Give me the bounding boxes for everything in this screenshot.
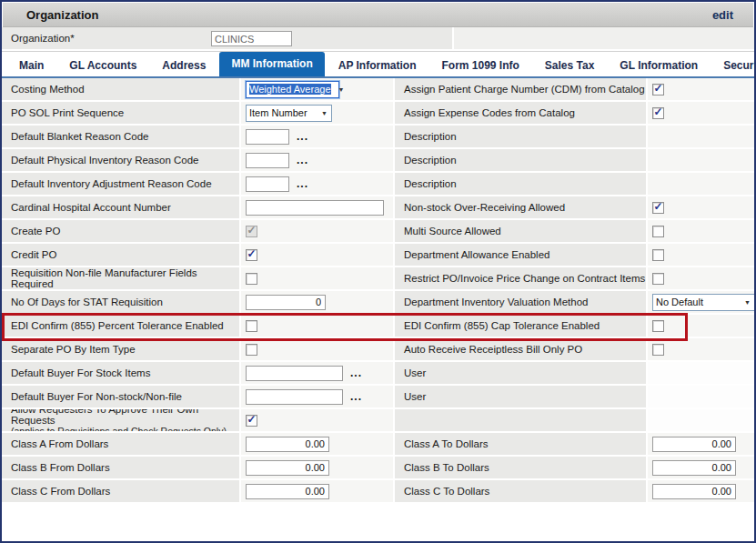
value-cell — [648, 220, 754, 242]
cardinal-hospital-account-number-input[interactable] — [246, 200, 384, 216]
chevron-down-icon: ▼ — [331, 86, 348, 93]
tab-ap-information[interactable]: AP Information — [327, 55, 428, 76]
field-label — [395, 409, 646, 431]
default-blanket-reason-code-label: Default Blanket Reason Code — [2, 126, 239, 147]
costing-method-selected-value: Weighted Average — [249, 84, 331, 95]
value-cell — [241, 457, 393, 478]
form-row: Credit PO ✓ Department Allowance Enabled — [2, 244, 754, 267]
restrict-po-invoice-price-change-on-contract-items-label: Restrict PO/Invoice Price Change on Cont… — [395, 267, 646, 289]
form-row: Requisition Non-file Manufacturer Fields… — [2, 267, 754, 291]
checkmark-icon: ✓ — [653, 107, 662, 116]
default-buyer-for-non-stock-non-file-label: Default Buyer For Non-stock/Non-file — [2, 386, 239, 407]
default-blanket-reason-code-input[interactable] — [246, 129, 289, 145]
form-row: PO SOL Print Sequence Item Number▼ Assig… — [2, 102, 754, 126]
edi-confirm-855-cap-tolerance-enabled-checkbox[interactable] — [652, 320, 664, 332]
edit-link[interactable]: edit — [712, 8, 733, 22]
default-buyer-for-stock-items-input[interactable] — [246, 366, 343, 381]
description-label: Description — [395, 149, 646, 171]
assign-patient-charge-number-cdm-from-catalog-checkbox[interactable]: ✓ — [652, 84, 664, 96]
allow-requesters-to-approve-their-own-requests-checkbox[interactable]: ✓ — [246, 415, 257, 427]
non-stock-over-receiving-allowed-checkbox[interactable]: ✓ — [652, 202, 664, 214]
po-sol-print-sequence-select[interactable]: Item Number▼ — [246, 105, 332, 122]
tab-sales-tax[interactable]: Sales Tax — [533, 55, 606, 76]
value-cell — [241, 433, 393, 455]
class-c-from-dollars-label: Class C From Dollars — [2, 480, 239, 502]
department-inventory-valuation-method-select[interactable]: No Default▼ — [652, 294, 754, 311]
organization-field-row: Organization* — [2, 27, 754, 51]
class-c-to-dollars-input[interactable] — [652, 484, 736, 499]
value-cell: ✓ — [241, 220, 393, 242]
costing-method-select[interactable]: Weighted Average▼ — [246, 81, 339, 98]
default-blanket-reason-code-lookup-button[interactable]: ... — [297, 133, 308, 140]
class-c-from-dollars-input[interactable] — [246, 484, 329, 499]
tab-mm-information[interactable]: MM Information — [219, 52, 324, 76]
requisition-non-file-manufacturer-fields-required-label: Requisition Non-file Manufacturer Fields… — [2, 267, 239, 289]
assign-expense-codes-from-catalog-checkbox[interactable]: ✓ — [652, 107, 664, 119]
assign-expense-codes-from-catalog-label: Assign Expense Codes from Catalog — [395, 102, 646, 124]
default-buyer-for-stock-items-lookup-button[interactable]: ... — [350, 369, 362, 377]
value-cell — [648, 173, 754, 195]
class-a-to-dollars-input[interactable] — [652, 437, 736, 452]
value-cell: Item Number▼ — [241, 102, 393, 124]
assign-patient-charge-number-cdm-from-catalog-label: Assign Patient Charge Number (CDM) from … — [395, 78, 646, 100]
edi-confirm-855-percent-tolerance-enabled-label: EDI Confirm (855) Percent Tolerance Enab… — [2, 315, 239, 337]
description-label: Description — [395, 173, 646, 195]
tab-main[interactable]: Main — [7, 55, 55, 76]
page-title: Organization — [26, 8, 98, 22]
default-buyer-for-non-stock-non-file-lookup-button[interactable]: ... — [350, 393, 362, 400]
value-cell: ✓ — [241, 409, 393, 431]
tab-form-1099-info[interactable]: Form 1099 Info — [430, 55, 531, 76]
default-inventory-adjustment-reason-code-input[interactable] — [246, 176, 289, 192]
default-inventory-adjustment-reason-code-label: Default Inventory Adjustment Reason Code — [2, 173, 239, 195]
allow-requesters-to-approve-their-own-requests-label-text: Allow Requesters To Approve Their Own Re… — [11, 409, 239, 426]
auto-receive-receiptless-bill-only-po-checkbox[interactable] — [652, 344, 664, 356]
edi-confirm-855-percent-tolerance-enabled-checkbox[interactable] — [246, 320, 257, 332]
default-physical-inventory-reason-code-lookup-button[interactable]: ... — [297, 156, 308, 164]
value-cell — [648, 315, 754, 337]
value-cell: ... — [241, 386, 393, 407]
default-inventory-adjustment-reason-code-lookup-button[interactable]: ... — [297, 180, 308, 187]
multi-source-allowed-checkbox[interactable] — [652, 226, 664, 237]
class-a-from-dollars-input[interactable] — [246, 437, 329, 452]
value-cell — [241, 480, 393, 502]
form-row: Allow Requesters To Approve Their Own Re… — [2, 409, 754, 433]
value-cell — [648, 149, 754, 171]
default-physical-inventory-reason-code-label: Default Physical Inventory Reason Code — [2, 149, 239, 171]
class-b-from-dollars-input[interactable] — [246, 460, 329, 476]
value-cell — [648, 338, 754, 360]
value-cell: Weighted Average▼ — [241, 78, 393, 100]
class-c-to-dollars-label: Class C To Dollars — [395, 480, 646, 502]
value-cell: ✓ — [648, 196, 754, 218]
class-a-from-dollars-label: Class A From Dollars — [2, 433, 239, 455]
restrict-po-invoice-price-change-on-contract-items-checkbox[interactable] — [652, 273, 664, 285]
organization-input[interactable] — [211, 31, 292, 46]
tab-address[interactable]: Address — [150, 55, 217, 76]
default-buyer-for-non-stock-non-file-input[interactable] — [246, 389, 343, 405]
tab-gl-information[interactable]: GL Information — [608, 55, 710, 76]
form-row: Class C From Dollars Class C To Dollars — [2, 480, 754, 504]
costing-method-label: Costing Method — [2, 78, 239, 100]
value-cell — [648, 244, 754, 266]
form-row: No Of Days for STAT Requisition Departme… — [2, 291, 754, 315]
no-of-days-for-stat-requisition-label: No Of Days for STAT Requisition — [2, 291, 239, 313]
value-cell — [648, 433, 754, 455]
value-cell — [241, 338, 393, 360]
multi-source-allowed-label: Multi Source Allowed — [395, 220, 646, 242]
class-b-to-dollars-input[interactable] — [652, 460, 736, 476]
department-allowance-enabled-checkbox[interactable] — [652, 249, 664, 261]
po-sol-print-sequence-label: PO SOL Print Sequence — [2, 102, 239, 124]
auto-receive-receiptless-bill-only-po-label: Auto Receive Receiptless Bill Only PO — [395, 338, 646, 360]
checkmark-icon: ✓ — [653, 84, 662, 93]
no-of-days-for-stat-requisition-input[interactable] — [246, 295, 326, 310]
default-physical-inventory-reason-code-input[interactable] — [246, 153, 289, 168]
tab-bar: MainGL AccountsAddressMM InformationAP I… — [2, 51, 754, 78]
allow-requesters-to-approve-their-own-requests-label: Allow Requesters To Approve Their Own Re… — [2, 409, 239, 431]
department-allowance-enabled-label: Department Allowance Enabled — [395, 244, 646, 266]
form-row: Default Buyer For Non-stock/Non-file ...… — [2, 386, 754, 409]
tab-gl-accounts[interactable]: GL Accounts — [57, 55, 148, 76]
credit-po-checkbox[interactable]: ✓ — [246, 249, 257, 261]
tab-security-codes[interactable]: Security Codes — [711, 55, 756, 76]
separate-po-by-item-type-checkbox[interactable] — [246, 344, 257, 356]
requisition-non-file-manufacturer-fields-required-checkbox[interactable] — [246, 273, 257, 285]
form-row: Default Physical Inventory Reason Code .… — [2, 149, 754, 173]
